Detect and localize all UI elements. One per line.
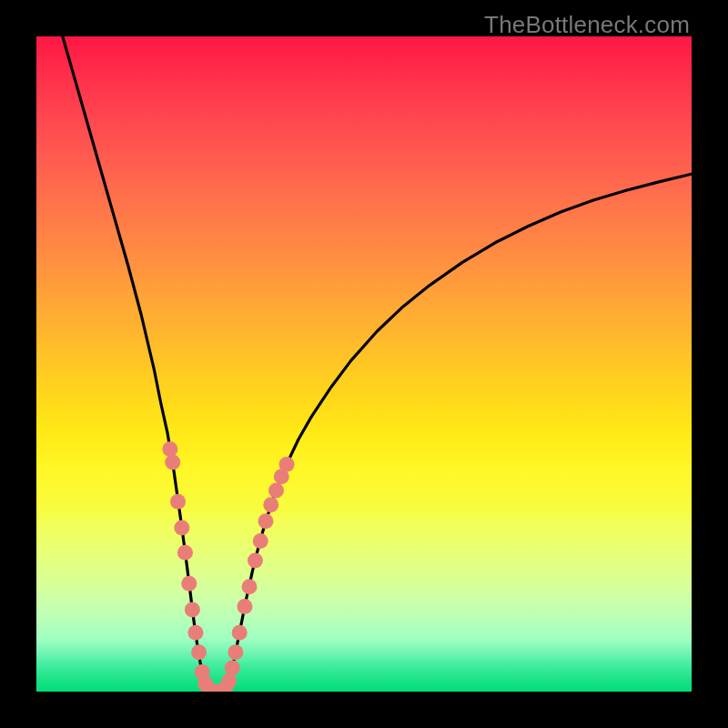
data-marker [174,521,189,536]
data-marker [165,455,180,470]
data-marker [263,497,278,512]
plot-area [36,36,692,692]
data-marker [170,494,186,510]
data-marker [181,576,197,592]
data-marker [187,625,203,641]
data-marker [248,553,263,569]
data-marker [268,482,284,498]
data-marker [242,579,258,594]
data-marker [279,457,295,472]
data-marker [258,513,274,529]
data-marker [191,644,207,660]
data-marker [221,673,237,689]
data-marker [225,661,240,676]
marker-layer [36,36,692,692]
watermark-text: TheBottleneck.com [484,11,690,39]
data-marker [228,644,243,660]
data-marker [162,441,177,457]
data-marker [185,602,200,618]
data-marker [237,599,252,614]
data-marker [177,545,193,561]
data-marker [232,625,248,641]
chart-container: TheBottleneck.com [0,0,728,728]
data-marker [253,533,268,549]
